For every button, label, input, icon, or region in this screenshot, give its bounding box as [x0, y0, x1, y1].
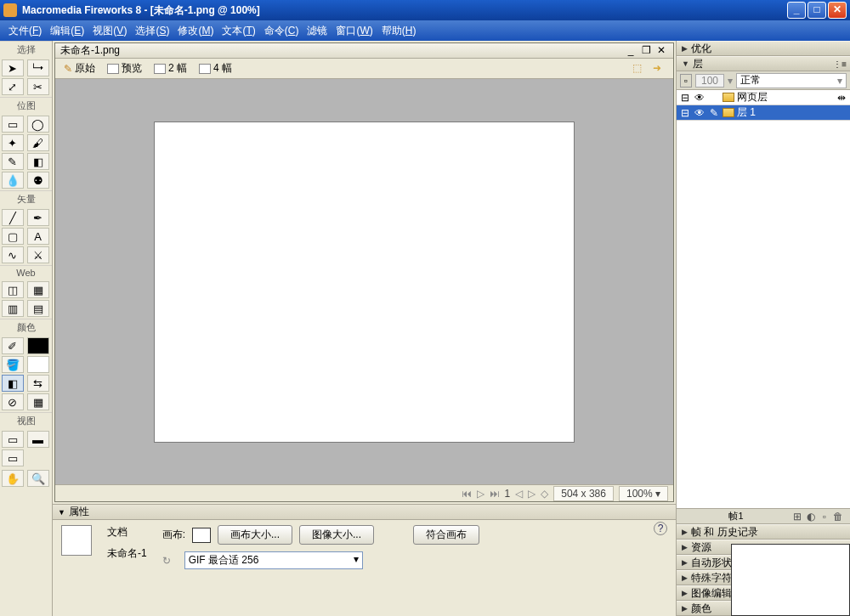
standard-view[interactable]: ▭: [2, 431, 24, 448]
frame-end-button[interactable]: ◇: [541, 488, 548, 500]
wand-tool[interactable]: ✦: [2, 134, 24, 151]
menu-file[interactable]: 文件(F): [5, 22, 45, 40]
doc-minimize-button[interactable]: _: [624, 45, 638, 57]
navigator-preview: [731, 544, 850, 616]
mask-icon[interactable]: ◐: [804, 511, 818, 523]
share-icon[interactable]: ⇹: [836, 92, 847, 104]
menu-help[interactable]: 帮助(H): [378, 22, 420, 40]
freeform-tool[interactable]: ∿: [2, 246, 24, 263]
paint-bucket-tool[interactable]: 🪣: [2, 356, 24, 373]
layer-row-1[interactable]: ⊟ 👁 ✎ 层 1: [677, 105, 850, 121]
two-up-icon: [154, 64, 166, 74]
expand-icon[interactable]: ⊟: [679, 92, 691, 104]
blur-tool[interactable]: 💧: [2, 172, 24, 189]
menu-window[interactable]: 窗口(W): [332, 22, 376, 40]
panel-optimize[interactable]: ▶优化: [677, 41, 850, 56]
doc-restore-button[interactable]: ❐: [639, 45, 653, 57]
new-layer-icon[interactable]: ▫: [818, 511, 831, 523]
tab-two-up[interactable]: 2 幅: [150, 60, 190, 76]
prev-frame-button[interactable]: ◁: [515, 488, 523, 500]
window-maximize-button[interactable]: □: [808, 2, 826, 19]
layer-small-icon[interactable]: ▫: [680, 74, 692, 88]
full-view-menus[interactable]: ▭: [2, 449, 24, 466]
menu-view[interactable]: 视图(V): [89, 22, 130, 40]
canvas-area[interactable]: [55, 79, 673, 484]
text-tool[interactable]: A: [27, 228, 49, 245]
blend-mode-select[interactable]: 正常▾: [736, 73, 847, 88]
color-extra[interactable]: ▦: [27, 393, 49, 410]
menu-modify[interactable]: 修改(M): [174, 22, 217, 40]
crop-tool[interactable]: ✂: [27, 78, 49, 95]
panel-menu-icon[interactable]: ⋮≡: [833, 59, 847, 69]
eyedropper-tool[interactable]: ✐: [2, 337, 24, 354]
rect-tool[interactable]: ▢: [2, 228, 24, 245]
preview-icon: [107, 64, 119, 74]
collapse-icon: ▼: [58, 508, 65, 517]
layer-row-web[interactable]: ⊟ 👁 网页层 ⇹: [677, 90, 850, 105]
show-slice-tool[interactable]: ▤: [27, 300, 49, 317]
doc-close-button[interactable]: ✕: [654, 45, 668, 57]
panel-frames-history[interactable]: ▶帧 和 历史记录: [677, 524, 850, 540]
pen-tool[interactable]: ✒: [27, 209, 49, 226]
panel-layers[interactable]: ▼层⋮≡: [677, 56, 850, 71]
menu-select[interactable]: 选择(S): [132, 22, 173, 40]
next-frame-button[interactable]: ▷: [528, 488, 536, 500]
delete-layer-icon[interactable]: 🗑: [831, 511, 845, 523]
swap-colors[interactable]: ⇆: [27, 375, 49, 392]
layer-opacity-input[interactable]: [695, 74, 724, 88]
tab-four-up[interactable]: 4 幅: [196, 60, 235, 76]
fit-canvas-button[interactable]: 符合画布: [413, 525, 479, 545]
window-minimize-button[interactable]: _: [787, 2, 806, 19]
brush-tool[interactable]: 🖌: [27, 134, 49, 151]
no-color[interactable]: ⊘: [2, 393, 24, 410]
slice-tool[interactable]: ▦: [27, 281, 49, 298]
play-button[interactable]: ▷: [477, 488, 484, 500]
tool-section-color: 颜色: [0, 319, 52, 336]
properties-header[interactable]: ▼ 属性: [53, 505, 676, 520]
canvas-size-button[interactable]: 画布大小...: [218, 525, 292, 545]
marquee-tool[interactable]: ▭: [2, 116, 24, 133]
eraser-tool[interactable]: ◧: [27, 153, 49, 170]
default-colors[interactable]: ◧: [2, 375, 24, 392]
tab-preview[interactable]: 预览: [104, 60, 145, 76]
tab-original[interactable]: ✎原始: [60, 60, 99, 76]
window-close-button[interactable]: ✕: [828, 2, 847, 19]
canvas[interactable]: [154, 122, 575, 443]
export-wizard-icon[interactable]: ⬚: [632, 62, 648, 76]
pencil-tool[interactable]: ✎: [2, 153, 24, 170]
hotspot-tool[interactable]: ◫: [2, 281, 24, 298]
pointer-tool[interactable]: ➤: [2, 59, 24, 76]
hand-tool[interactable]: ✋: [2, 470, 24, 487]
line-tool[interactable]: ╱: [2, 209, 24, 226]
last-frame-button[interactable]: ⏭: [490, 488, 500, 500]
knife-tool[interactable]: ⚔: [27, 246, 49, 263]
visibility-icon[interactable]: 👁: [694, 107, 706, 119]
expand-icon[interactable]: ⊟: [679, 107, 691, 119]
edit-icon[interactable]: ✎: [708, 107, 720, 119]
menu-text[interactable]: 文本(T): [218, 22, 258, 40]
hide-slice-tool[interactable]: ▥: [2, 300, 24, 317]
properties-panel: ▼ 属性 ? 文档 未命名-1 画布: 画布大小... 图像大小...: [53, 504, 676, 616]
stroke-color[interactable]: [27, 337, 49, 354]
stamp-tool[interactable]: ⚉: [27, 172, 49, 189]
tool-section-bitmap: 位图: [0, 97, 52, 114]
new-sublayer-icon[interactable]: ⊞: [790, 511, 804, 523]
image-size-button[interactable]: 图像大小...: [299, 525, 374, 545]
quick-export-icon[interactable]: ➜: [653, 62, 668, 76]
lasso-tool[interactable]: ◯: [27, 116, 49, 133]
scale-tool[interactable]: ⤢: [2, 78, 24, 95]
help-icon[interactable]: ?: [654, 522, 667, 535]
fill-color[interactable]: [27, 356, 49, 373]
first-frame-button[interactable]: ⏮: [462, 488, 472, 500]
app-icon: [3, 3, 17, 17]
subselect-tool[interactable]: ⮡: [27, 59, 49, 76]
gif-format-select[interactable]: GIF 最合适 256▾: [184, 551, 363, 569]
menu-edit[interactable]: 编辑(E): [47, 22, 88, 40]
menu-filter[interactable]: 滤镜: [303, 22, 331, 40]
menu-command[interactable]: 命令(C): [261, 22, 303, 40]
zoom-level[interactable]: 100% ▾: [619, 486, 668, 501]
visibility-icon[interactable]: 👁: [694, 92, 706, 104]
full-view[interactable]: ▬: [27, 431, 49, 448]
canvas-color-swatch[interactable]: [192, 528, 211, 543]
zoom-tool[interactable]: 🔍: [27, 470, 49, 487]
